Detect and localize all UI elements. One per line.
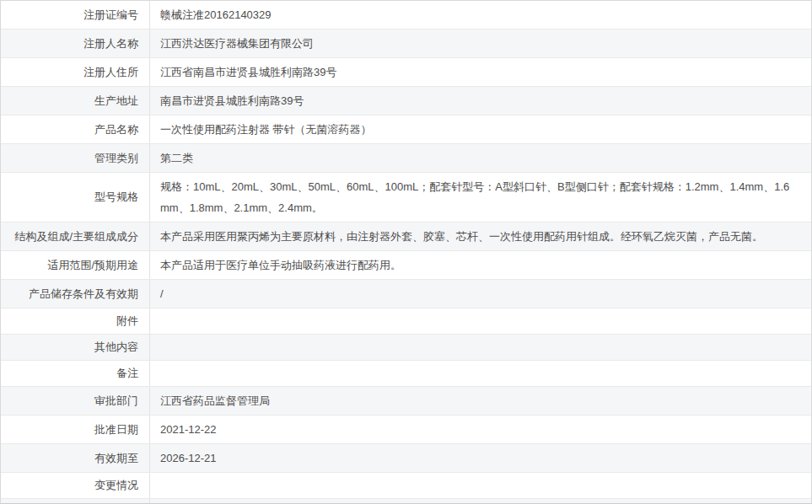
- row-value: 详情: [150, 499, 811, 504]
- row-label-text: 注册证编号: [83, 8, 138, 23]
- row-label-text: 注册人住所: [83, 65, 138, 80]
- row-value: 赣械注准20162140329: [150, 1, 811, 29]
- row-label-text: 结构及组成/主要组成成分: [14, 229, 138, 244]
- table-row: 变更情况: [1, 472, 811, 498]
- row-label-text: 适用范围/预期用途: [47, 258, 138, 273]
- row-label: 产品储存条件及有效期: [1, 280, 150, 308]
- table-row: 其他内容: [1, 334, 811, 360]
- row-value: 江西省南昌市进贤县城胜利南路39号: [150, 58, 811, 86]
- row-label-text: 变更情况: [94, 478, 138, 493]
- row-label-text: 管理类别: [94, 151, 138, 166]
- row-value: 第二类: [150, 144, 811, 172]
- row-value: 南昌市进贤县城胜利南路39号: [150, 87, 811, 115]
- table-row: 产品名称 一次性使用配药注射器 带针（无菌溶药器）: [1, 115, 811, 143]
- table-row: 注 详情: [1, 498, 811, 504]
- row-label: 注册人名称: [1, 29, 150, 57]
- row-label-text: 其他内容: [94, 340, 138, 355]
- row-label: 审批部门: [1, 387, 150, 415]
- table-row: 批准日期 2021-12-22: [1, 415, 811, 443]
- row-label: 注册证编号: [1, 1, 150, 29]
- row-label-text: 生产地址: [94, 94, 138, 109]
- table-row: 附件: [1, 308, 811, 334]
- row-value: [150, 482, 811, 489]
- row-value: 江西省药品监督管理局: [150, 387, 811, 415]
- table-row: 型号规格 规格：10mL、20mL、30mL、50mL、60mL、100mL；配…: [1, 172, 811, 222]
- row-label: 附件: [1, 308, 150, 334]
- table-row: 适用范围/预期用途 本产品适用于医疗单位手动抽吸药液进行配药用。: [1, 250, 811, 279]
- row-label: 结构及组成/主要组成成分: [1, 223, 150, 250]
- row-label: 备注: [1, 361, 150, 386]
- row-value: /: [150, 280, 811, 308]
- row-label: 变更情况: [1, 473, 150, 498]
- row-label-text: 有效期至: [94, 451, 138, 466]
- table-row: 注册证编号 赣械注准20162140329: [1, 1, 811, 29]
- row-label-text: 产品储存条件及有效期: [29, 287, 138, 302]
- row-label: 型号规格: [1, 173, 150, 222]
- row-label-text: 审批部门: [94, 394, 138, 409]
- row-label-text: 型号规格: [94, 190, 138, 205]
- table-row: 结构及组成/主要组成成分 本产品采用医用聚丙烯为主要原材料，由注射器外套、胶塞、…: [1, 222, 811, 250]
- row-value: [150, 318, 811, 324]
- table-row: 有效期至 2026-12-21: [1, 443, 811, 472]
- registration-page: 注册证编号 赣械注准20162140329 注册人名称 江西洪达医疗器械集团有限…: [0, 0, 812, 504]
- row-label: 注: [1, 499, 150, 504]
- row-label-text: 产品名称: [94, 122, 138, 137]
- row-value: 本产品采用医用聚丙烯为主要原材料，由注射器外套、胶塞、芯杆、一次性使用配药用针组…: [150, 223, 811, 250]
- table-row: 注册人名称 江西洪达医疗器械集团有限公司: [1, 29, 811, 57]
- row-label-text: 批准日期: [94, 422, 138, 437]
- row-label-text: 附件: [116, 314, 138, 329]
- table-row: 审批部门 江西省药品监督管理局: [1, 386, 811, 415]
- row-value: 本产品适用于医疗单位手动抽吸药液进行配药用。: [150, 251, 811, 279]
- table-row: 管理类别 第二类: [1, 143, 811, 172]
- row-label: 批准日期: [1, 416, 150, 443]
- row-value: 2021-12-22: [150, 416, 811, 443]
- row-value: 一次性使用配药注射器 带针（无菌溶药器）: [150, 115, 811, 143]
- row-value: 江西洪达医疗器械集团有限公司: [150, 29, 811, 57]
- row-label: 注册人住所: [1, 58, 150, 86]
- registration-table: 注册证编号 赣械注准20162140329 注册人名称 江西洪达医疗器械集团有限…: [1, 1, 811, 503]
- row-label: 产品名称: [1, 115, 150, 143]
- table-row: 生产地址 南昌市进贤县城胜利南路39号: [1, 86, 811, 115]
- row-label: 适用范围/预期用途: [1, 251, 150, 279]
- row-value: 规格：10mL、20mL、30mL、50mL、60mL、100mL；配套针型号：…: [150, 173, 811, 222]
- row-label: 其他内容: [1, 335, 150, 360]
- table-row: 产品储存条件及有效期 /: [1, 279, 811, 308]
- row-label-text: 备注: [116, 366, 138, 381]
- table-row: 备注: [1, 360, 811, 386]
- row-value: [150, 344, 811, 351]
- row-label-text: 注册人名称: [83, 36, 138, 51]
- row-label: 有效期至: [1, 444, 150, 472]
- row-label: 管理类别: [1, 144, 150, 172]
- row-value: 2026-12-21: [150, 444, 811, 472]
- table-row: 注册人住所 江西省南昌市进贤县城胜利南路39号: [1, 57, 811, 86]
- row-value: [150, 370, 811, 377]
- row-label: 生产地址: [1, 87, 150, 115]
